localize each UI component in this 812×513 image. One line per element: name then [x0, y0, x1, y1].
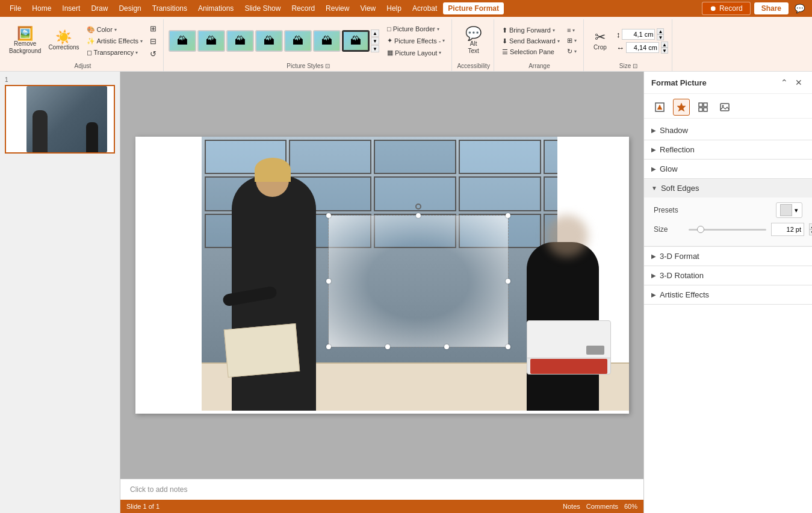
menu-insert[interactable]: Insert [57, 2, 85, 14]
svg-rect-2 [699, 103, 702, 107]
menu-acrobat[interactable]: Acrobat [408, 2, 442, 14]
picture-styles-expand[interactable]: ⊡ [325, 63, 330, 69]
tab-effects[interactable] [673, 99, 690, 116]
selection-pane-button[interactable]: ☰ Selection Pane [499, 47, 563, 57]
change-picture-button[interactable]: ⊟ [147, 36, 160, 47]
section-soft-edges-header[interactable]: ▼ Soft Edges [644, 179, 812, 197]
adjust-label: Adjust [75, 61, 91, 71]
section-reflection-header[interactable]: ▶ Reflection [644, 140, 812, 159]
ribbon-group-accessibility: 💬 AltText Accessibility [453, 19, 494, 71]
size-value[interactable] [771, 223, 804, 236]
arrange-col: ⬆ Bring Forward ▾ ⬇ Send Backward ▾ ☰ Se… [499, 25, 563, 57]
ribbon-group-arrange: ⬆ Bring Forward ▾ ⬇ Send Backward ▾ ☰ Se… [495, 19, 584, 71]
artistic-effects-button[interactable]: ✨ Artistic Effects ▾ [84, 36, 146, 46]
height-up[interactable]: ▲ [657, 28, 664, 34]
style-1[interactable]: 🏔 [169, 30, 196, 52]
style-5[interactable]: 🏔 [284, 30, 312, 52]
section-3d-rotation-header[interactable]: ▶ 3-D Rotation [644, 266, 812, 285]
comment-icon-btn[interactable]: 💬 [792, 2, 807, 14]
color-button[interactable]: 🎨 Color ▾ [84, 25, 146, 35]
notes-bar[interactable]: Click to add notes [120, 479, 643, 500]
height-icon: ↕ [616, 30, 621, 39]
menu-help[interactable]: Help [382, 2, 406, 14]
soft-edges-label: Soft Edges [661, 184, 699, 193]
alt-text-button[interactable]: 💬 AltText [462, 25, 485, 57]
reset-picture-button[interactable]: ↺ [147, 48, 160, 60]
menu-review[interactable]: Review [321, 2, 354, 14]
height-down[interactable]: ▼ [657, 34, 664, 40]
3d-format-caret: ▶ [651, 253, 656, 260]
menu-record[interactable]: Record [287, 2, 320, 14]
section-glow-header[interactable]: ▶ Glow [644, 160, 812, 178]
svg-rect-4 [699, 108, 702, 111]
menu-animations[interactable]: Animations [193, 2, 238, 14]
slides-panel: 1 [0, 72, 120, 513]
panel-close-button[interactable]: ✕ [793, 76, 805, 89]
transparency-button[interactable]: ◻ Transparency ▾ [84, 48, 146, 58]
menu-transitions[interactable]: Transitions [147, 2, 192, 14]
size-up[interactable]: ▲ [809, 223, 812, 229]
presets-button[interactable]: ▾ [776, 202, 802, 218]
menu-view[interactable]: View [355, 2, 380, 14]
color-icon: 🎨 [87, 26, 95, 34]
section-shadow-header[interactable]: ▶ Shadow [644, 121, 812, 140]
section-artistic-effects-header[interactable]: ▶ Artistic Effects [644, 285, 812, 304]
corrections-icon: ☀️ [55, 31, 72, 44]
group-button[interactable]: ⊞ ▾ [564, 36, 580, 46]
corrections-button[interactable]: ☀️ Corrections [45, 29, 82, 53]
menu-file[interactable]: File [5, 2, 26, 14]
crop-button[interactable]: ✂ Crop [589, 29, 612, 53]
section-3d-format-header[interactable]: ▶ 3-D Format [644, 247, 812, 266]
width-down[interactable]: ▼ [661, 48, 668, 54]
notes-status[interactable]: Notes [563, 503, 580, 510]
menu-design[interactable]: Design [114, 2, 146, 14]
tab-picture[interactable] [716, 99, 733, 116]
svg-marker-1 [677, 103, 686, 111]
picture-layout-icon: ▦ [387, 49, 393, 57]
picture-effects-icon: ✦ [387, 37, 392, 45]
remove-background-button[interactable]: 🖼️ RemoveBackground [6, 25, 44, 57]
slide-thumbnail-1[interactable] [5, 85, 115, 154]
share-button[interactable]: Share [754, 2, 789, 14]
format-panel-body: ▶ Shadow ▶ Reflection ▶ Glow ▼ Soft Edge… [644, 119, 812, 513]
style-scroll-down[interactable]: ▼ [371, 37, 379, 45]
picture-layout-button[interactable]: ▦ Picture Layout ▾ [384, 48, 448, 58]
status-bar: Slide 1 of 1 Notes Comments 60% [120, 500, 643, 513]
picture-effects-button[interactable]: ✦ Picture Effects - ▾ [384, 36, 448, 46]
height-input[interactable] [622, 29, 655, 40]
send-backward-button[interactable]: ⬇ Send Backward ▾ [499, 36, 563, 46]
style-3[interactable]: 🏔 [226, 30, 254, 52]
presets-row: Presets ▾ [654, 202, 802, 218]
glow-caret: ▶ [651, 166, 656, 172]
style-6[interactable]: 🏔 [313, 30, 341, 52]
remove-background-icon: 🖼️ [17, 27, 33, 40]
width-input[interactable] [626, 42, 659, 53]
style-2[interactable]: 🏔 [197, 30, 225, 52]
bring-forward-button[interactable]: ⬆ Bring Forward ▾ [499, 25, 563, 36]
menu-slideshow[interactable]: Slide Show [240, 2, 285, 14]
style-more[interactable]: ▼ [371, 45, 379, 52]
slide-number-label: 1 [5, 76, 115, 83]
rotate-button[interactable]: ↻ ▾ [564, 46, 580, 57]
panel-collapse-button[interactable]: ⌃ [778, 76, 790, 89]
width-icon: ↔ [616, 43, 624, 52]
size-slider[interactable] [689, 229, 766, 231]
style-7[interactable]: 🏔 [342, 30, 370, 52]
tab-fill-line[interactable] [651, 99, 668, 116]
picture-border-button[interactable]: □ Picture Border ▾ [384, 24, 448, 34]
alt-text-icon: 💬 [465, 27, 482, 40]
comments-status[interactable]: Comments [586, 503, 618, 510]
menu-picture-format[interactable]: Picture Format [443, 2, 504, 14]
compress-pictures-button[interactable]: ⊞ [147, 23, 160, 34]
align-button[interactable]: ≡ ▾ [564, 25, 580, 35]
width-up[interactable]: ▲ [661, 42, 668, 48]
tab-layout[interactable] [695, 99, 711, 116]
menu-home[interactable]: Home [27, 2, 56, 14]
size-expand[interactable]: ⊡ [633, 63, 637, 69]
canvas-scroll[interactable] [120, 72, 643, 479]
size-down[interactable]: ▼ [809, 229, 812, 235]
style-4[interactable]: 🏔 [255, 30, 283, 52]
menu-draw[interactable]: Draw [86, 2, 113, 14]
style-scroll-up[interactable]: ▲ [371, 30, 379, 37]
record-button[interactable]: ⏺ Record [702, 2, 751, 15]
